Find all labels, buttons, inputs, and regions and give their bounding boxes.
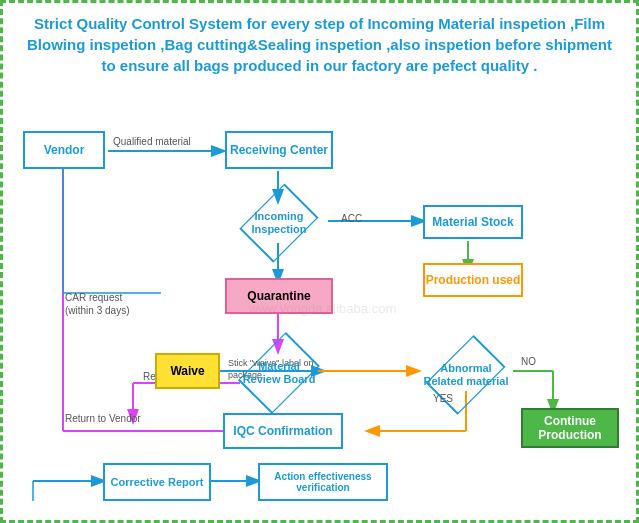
continue-production-box: Continue Production xyxy=(521,408,619,448)
header-text: Strict Quality Control System for every … xyxy=(3,3,636,82)
acc-label: ACC xyxy=(341,213,362,224)
abnormal-related-diamond: Abnormal Related material xyxy=(415,343,517,407)
return-to-vendor-label: Return to Vendor xyxy=(65,413,141,424)
main-container: Strict Quality Control System for every … xyxy=(0,0,639,523)
waive-box: Waive xyxy=(155,353,220,389)
receiving-center-box: Receiving Center xyxy=(225,131,333,169)
action-effectiveness-box: Action effectiveness verification xyxy=(258,463,388,501)
production-used-box: Production used xyxy=(423,263,523,297)
corrective-report-box: Corrective Report xyxy=(103,463,211,501)
material-stock-box: Material Stock xyxy=(423,205,523,239)
car-request-label: CAR request (within 3 days) xyxy=(65,278,129,317)
qualified-material-label: Qualified material xyxy=(113,136,191,147)
no-label: NO xyxy=(521,356,536,367)
iqc-confirmation-box: IQC Confirmation xyxy=(223,413,343,449)
vendor-box: Vendor xyxy=(23,131,105,169)
yes-label: YES xyxy=(433,393,453,404)
diagram-area: Vendor Receiving Center Qualified materi… xyxy=(3,93,639,523)
incoming-inspection-diamond: Incoming Inspection xyxy=(225,193,333,253)
quarantine-box: Quarantine xyxy=(225,278,333,314)
